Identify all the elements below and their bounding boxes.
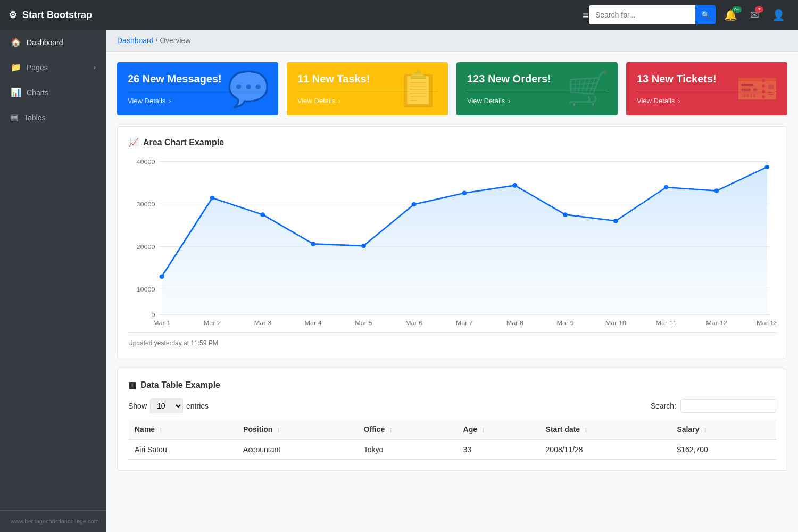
layout: 🏠 Dashboard 📁 Pages › 📊 Charts ▦ Tables … [0, 30, 798, 532]
table-body: Airi Satou Accountant Tokyo 33 2008/11/2… [128, 439, 776, 460]
svg-point-16 [412, 202, 417, 207]
pages-icon: 📁 [11, 62, 21, 72]
area-chart-svg: 40000 30000 20000 10000 0 [128, 156, 776, 326]
svg-text:20000: 20000 [136, 243, 155, 250]
sort-icon-name: ↑ [159, 426, 162, 434]
breadcrumb: Dashboard / Overview [106, 30, 798, 52]
notifications-button[interactable]: 🔔 9+ [720, 6, 742, 23]
table-search-control: Search: [651, 399, 776, 413]
brand-name: Start Bootstrap [22, 10, 92, 21]
main-content: Dashboard / Overview 26 New Messages! 💬 … [106, 30, 798, 532]
search-input[interactable] [589, 5, 695, 24]
svg-text:Mar 2: Mar 2 [204, 319, 221, 326]
svg-text:Mar 8: Mar 8 [506, 319, 524, 326]
svg-text:Mar 12: Mar 12 [706, 319, 727, 326]
charts-icon: 📊 [11, 87, 21, 97]
table-header: Name ↑ Position ↕ Office ↕ Age ↕ Start d… [128, 420, 776, 439]
sidebar-label-pages: Pages [27, 63, 48, 72]
sidebar-footer: www.heritagechristiancollege.com [0, 510, 106, 532]
dashboard-icon: 🏠 [11, 37, 21, 47]
table-title-icon: ▦ [128, 380, 136, 390]
sidebar-item-pages[interactable]: 📁 Pages › [0, 55, 106, 80]
svg-text:Mar 4: Mar 4 [304, 319, 322, 326]
page-content: 26 New Messages! 💬 View Details › 11 New… [106, 52, 798, 481]
svg-point-11 [160, 274, 164, 279]
show-entries-select[interactable]: 10 25 50 100 [150, 398, 183, 413]
stat-card-messages[interactable]: 26 New Messages! 💬 View Details › [117, 62, 278, 115]
card-icon-orders: 🛒 [567, 72, 609, 106]
cell-salary: $162,700 [670, 439, 776, 460]
col-name[interactable]: Name ↑ [128, 420, 237, 439]
entries-label: entries [186, 402, 209, 410]
sidebar-label-tables: Tables [24, 113, 45, 122]
sidebar-item-charts[interactable]: 📊 Charts [0, 80, 106, 105]
sidebar: 🏠 Dashboard 📁 Pages › 📊 Charts ▦ Tables … [0, 30, 106, 532]
svg-point-21 [664, 185, 669, 190]
stat-card-tasks[interactable]: 11 New Tasks! 📋 View Details › [287, 62, 448, 115]
svg-marker-10 [162, 167, 767, 315]
table-search-input[interactable] [680, 399, 776, 413]
col-office[interactable]: Office ↕ [358, 420, 457, 439]
navbar-toggle-button[interactable]: ≡ [583, 9, 589, 21]
cell-office: Tokyo [358, 439, 457, 460]
messages-button[interactable]: ✉ 7 [746, 6, 763, 23]
messages-badge: 7 [755, 6, 763, 13]
svg-text:0: 0 [152, 311, 155, 318]
svg-point-12 [210, 196, 214, 201]
search-label: Search: [651, 402, 676, 410]
col-position[interactable]: Position ↕ [237, 420, 358, 439]
svg-text:30000: 30000 [136, 201, 155, 207]
user-button[interactable]: 👤 [768, 6, 789, 23]
sidebar-item-dashboard[interactable]: 🏠 Dashboard [0, 30, 106, 55]
table-row: Airi Satou Accountant Tokyo 33 2008/11/2… [128, 439, 776, 460]
search-button[interactable]: 🔍 [695, 5, 716, 24]
cell-name: Airi Satou [128, 439, 237, 460]
svg-text:40000: 40000 [136, 158, 155, 165]
svg-point-18 [512, 183, 517, 188]
tables-icon: ▦ [11, 112, 19, 122]
sort-icon-age: ↕ [481, 426, 485, 434]
breadcrumb-home[interactable]: Dashboard [117, 36, 154, 45]
stat-card-tickets[interactable]: 13 New Tickets! 🎫 View Details › [626, 62, 787, 115]
svg-text:10000: 10000 [136, 286, 155, 293]
navbar-right: 🔍 🔔 9+ ✉ 7 👤 [589, 5, 789, 24]
svg-point-23 [764, 165, 769, 170]
data-table-title: ▦ Data Table Example [128, 380, 776, 390]
svg-text:Mar 9: Mar 9 [556, 319, 574, 326]
cell-start-date: 2008/11/28 [539, 439, 671, 460]
svg-point-15 [361, 244, 366, 248]
sidebar-label-dashboard: Dashboard [27, 38, 63, 47]
svg-text:Mar 1: Mar 1 [153, 319, 171, 326]
navbar-brand: ⚙ Start Bootstrap [9, 9, 92, 21]
area-chart-section: 📈 Area Chart Example [117, 126, 787, 358]
svg-point-22 [714, 188, 719, 193]
col-salary[interactable]: Salary ↕ [670, 420, 776, 439]
card-icon-messages: 💬 [227, 72, 270, 106]
search-form: 🔍 [589, 5, 716, 24]
user-icon: 👤 [772, 9, 785, 21]
svg-point-14 [311, 242, 315, 246]
col-age[interactable]: Age ↕ [457, 420, 539, 439]
sidebar-item-tables[interactable]: ▦ Tables [0, 105, 106, 130]
chevron-right-icon: › [94, 64, 96, 71]
svg-point-19 [563, 212, 568, 217]
data-table: Name ↑ Position ↕ Office ↕ Age ↕ Start d… [128, 420, 776, 460]
card-link-text-tickets: View Details [637, 97, 675, 105]
brand-icon: ⚙ [9, 9, 17, 21]
stat-cards-row: 26 New Messages! 💬 View Details › 11 New… [117, 62, 787, 115]
sort-icon-office: ↕ [389, 426, 392, 434]
area-chart-container: 40000 30000 20000 10000 0 [128, 156, 776, 326]
breadcrumb-separator: / [155, 36, 160, 45]
svg-point-17 [462, 190, 467, 195]
table-controls: Show 10 25 50 100 entries Search: [128, 398, 776, 413]
card-arrow-tasks: › [338, 97, 340, 105]
card-link-text-tasks: View Details [297, 97, 335, 105]
sort-icon-position: ↕ [277, 426, 280, 434]
stat-card-orders[interactable]: 123 New Orders! 🛒 View Details › [456, 62, 618, 115]
svg-point-13 [260, 212, 265, 217]
notifications-badge: 9+ [732, 6, 742, 13]
show-label: Show [128, 402, 147, 410]
card-arrow-tickets: › [678, 97, 680, 105]
col-start-date[interactable]: Start date ↕ [539, 420, 671, 439]
data-table-section: ▦ Data Table Example Show 10 25 50 100 e… [117, 369, 787, 471]
